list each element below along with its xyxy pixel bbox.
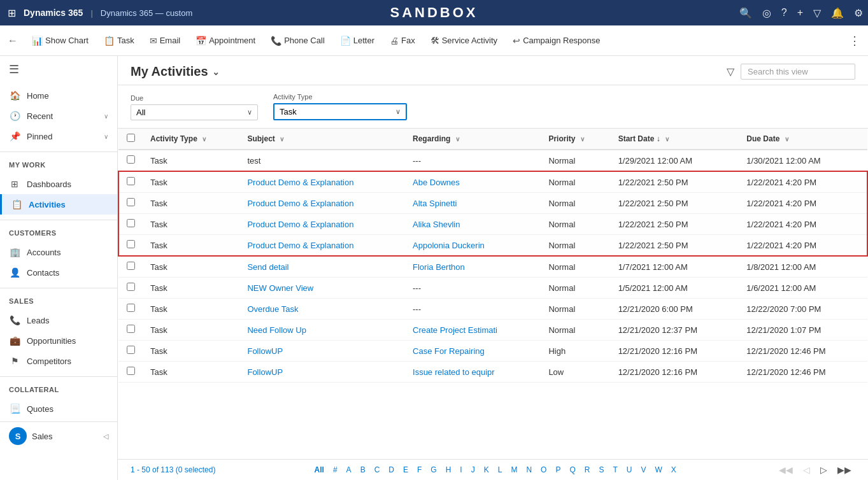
alpha-nav-button[interactable]: D — [385, 464, 397, 476]
row-checkbox-cell[interactable] — [118, 278, 143, 299]
next-page-button[interactable]: ▷ — [816, 463, 831, 476]
cell-regarding[interactable]: Case For Repairing — [405, 341, 541, 362]
cell-subject[interactable]: Product Demo & Explanation — [239, 193, 405, 214]
row-checkbox[interactable] — [127, 325, 135, 333]
search-input[interactable]: Search this view — [741, 64, 855, 80]
cell-regarding[interactable]: Alika Shevlin — [405, 214, 541, 235]
row-checkbox[interactable] — [127, 283, 135, 291]
row-checkbox[interactable] — [127, 262, 135, 270]
alpha-nav-button[interactable]: K — [481, 464, 492, 476]
sidebar-item-competitors[interactable]: ⚑ Competitors — [0, 351, 117, 371]
sidebar-item-accounts[interactable]: 🏢 Accounts — [0, 242, 117, 262]
alpha-nav-button[interactable]: Q — [566, 464, 578, 476]
sidebar-item-activities[interactable]: 📋 Activities — [0, 194, 117, 215]
cell-regarding[interactable]: Floria Berthon — [405, 256, 541, 278]
row-checkbox[interactable] — [127, 155, 135, 164]
add-icon[interactable]: + — [797, 7, 803, 18]
service-activity-button[interactable]: 🛠 Service Activity — [424, 33, 504, 48]
row-checkbox[interactable] — [127, 240, 135, 248]
sidebar-item-dashboards[interactable]: ⊞ Dashboards — [0, 174, 117, 194]
sidebar-item-recent[interactable]: 🕐 Recent ∨ — [0, 106, 117, 126]
subject-link[interactable]: Overdue Task — [247, 304, 298, 314]
alpha-nav-button[interactable]: J — [468, 464, 478, 476]
apps-icon[interactable]: ⊞ — [5, 4, 18, 22]
row-checkbox[interactable] — [127, 177, 135, 185]
col-regarding[interactable]: Regarding ∨ — [405, 129, 541, 150]
subject-link[interactable]: Send detail — [247, 262, 288, 272]
col-due-date[interactable]: Due Date ∨ — [739, 129, 867, 150]
alpha-nav-button[interactable]: M — [508, 464, 520, 476]
target-icon[interactable]: ◎ — [762, 7, 771, 19]
sidebar-item-pinned[interactable]: 📌 Pinned ∨ — [0, 126, 117, 146]
subject-link[interactable]: Product Demo & Explanation — [247, 241, 353, 250]
col-start-date[interactable]: Start Date ↓ ∨ — [611, 129, 739, 150]
row-checkbox-cell[interactable] — [118, 320, 143, 341]
regarding-link[interactable]: Abe Downes — [413, 178, 460, 187]
filter-icon[interactable]: ▽ — [813, 7, 821, 19]
search-icon[interactable]: 🔍 — [739, 7, 752, 19]
cell-subject[interactable]: Need Follow Up — [239, 320, 405, 341]
sidebar-item-contacts[interactable]: 👤 Contacts — [0, 262, 117, 283]
alpha-nav-button[interactable]: S — [595, 464, 607, 476]
regarding-link[interactable]: Issue related to equipr — [413, 367, 495, 377]
alpha-nav-button[interactable]: F — [414, 464, 425, 476]
subject-link[interactable]: Product Demo & Explanation — [247, 220, 353, 229]
select-all-checkbox[interactable] — [127, 134, 135, 142]
cell-regarding[interactable]: Appolonia Duckerin — [405, 235, 541, 257]
alpha-nav-button[interactable]: T — [609, 464, 620, 476]
notification-icon[interactable]: 🔔 — [831, 7, 844, 19]
campaign-response-button[interactable]: ↩ Campaign Response — [506, 33, 606, 48]
sidebar-item-home[interactable]: 🏠 Home — [0, 85, 117, 106]
alpha-nav-button[interactable]: I — [457, 464, 465, 476]
alpha-nav-button[interactable]: R — [581, 464, 594, 476]
task-button[interactable]: 📋 Task — [97, 33, 141, 48]
cell-subject[interactable]: NEW Owner View — [239, 278, 405, 299]
cell-subject[interactable]: Send detail — [239, 256, 405, 278]
cell-subject[interactable]: FollowUP — [239, 362, 405, 383]
subject-link[interactable]: FollowUP — [247, 367, 283, 377]
cell-regarding[interactable]: Alta Spinetti — [405, 193, 541, 214]
alpha-nav-button[interactable]: U — [623, 464, 636, 476]
prev-page-button[interactable]: ◁ — [799, 463, 814, 476]
row-checkbox-cell[interactable] — [118, 193, 143, 214]
alpha-nav-button[interactable]: V — [637, 464, 649, 476]
col-subject[interactable]: Subject ∨ — [239, 129, 405, 150]
hamburger-icon[interactable]: ☰ — [0, 56, 117, 83]
appointment-button[interactable]: 📅 Appointment — [189, 33, 262, 48]
alpha-nav-button[interactable]: H — [443, 464, 455, 476]
last-page-button[interactable]: ▶▶ — [834, 463, 855, 476]
subject-link[interactable]: Need Follow Up — [247, 325, 306, 335]
alpha-nav-button[interactable]: All — [311, 464, 327, 476]
subject-link[interactable]: Product Demo & Explanation — [247, 199, 353, 208]
settings-icon[interactable]: ⚙ — [854, 7, 863, 19]
row-checkbox-cell[interactable] — [118, 256, 143, 278]
row-checkbox-cell[interactable] — [118, 150, 143, 171]
regarding-link[interactable]: Floria Berthon — [413, 262, 465, 272]
page-title-dropdown-icon[interactable]: ⌄ — [212, 67, 220, 77]
show-chart-button[interactable]: 📊 Show Chart — [25, 33, 95, 48]
sidebar-item-opportunities[interactable]: 💼 Opportunities — [0, 330, 117, 351]
sidebar-item-leads[interactable]: 📞 Leads — [0, 310, 117, 330]
email-button[interactable]: ✉ Email — [143, 33, 187, 48]
view-filter-icon[interactable]: ▽ — [727, 66, 734, 78]
row-checkbox[interactable] — [127, 198, 135, 206]
row-checkbox-cell[interactable] — [118, 171, 143, 193]
regarding-link[interactable]: Alika Shevlin — [413, 220, 460, 229]
subject-link[interactable]: FollowUP — [247, 346, 283, 356]
row-checkbox-cell[interactable] — [118, 299, 143, 320]
subject-link[interactable]: NEW Owner View — [247, 283, 313, 293]
help-icon[interactable]: ? — [781, 7, 787, 18]
row-checkbox[interactable] — [127, 219, 135, 227]
subject-link[interactable]: Product Demo & Explanation — [247, 178, 353, 187]
regarding-link[interactable]: Alta Spinetti — [413, 199, 457, 208]
row-checkbox-cell[interactable] — [118, 214, 143, 235]
first-page-button[interactable]: ◀◀ — [775, 463, 797, 476]
select-all-checkbox-col[interactable] — [118, 129, 143, 150]
cell-regarding[interactable]: Abe Downes — [405, 171, 541, 193]
alpha-nav-button[interactable]: B — [357, 464, 369, 476]
alpha-nav-button[interactable]: E — [400, 464, 411, 476]
cell-subject[interactable]: Product Demo & Explanation — [239, 235, 405, 257]
fax-button[interactable]: 🖨 Fax — [383, 33, 422, 48]
letter-button[interactable]: 📄 Letter — [334, 33, 381, 48]
sidebar-item-quotes[interactable]: 📃 Quotes — [0, 399, 117, 419]
